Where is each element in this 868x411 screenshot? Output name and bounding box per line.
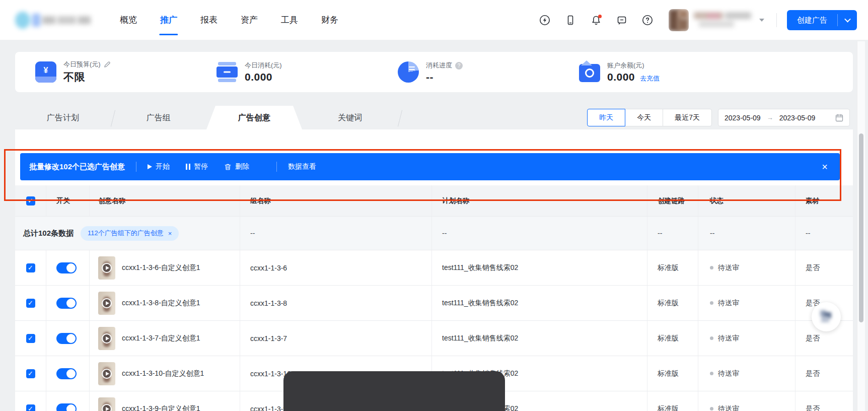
stat-budget-value: 不限 xyxy=(63,70,85,84)
bulk-start-button[interactable]: 开始 xyxy=(148,162,170,171)
bulk-view-data-button[interactable]: 数据查看 xyxy=(288,162,316,171)
group-filter-tag[interactable]: 112个广告组下的广告创意 × xyxy=(81,226,179,241)
play-icon xyxy=(102,404,112,411)
progress-help-icon[interactable]: ? xyxy=(455,62,463,70)
row-switch-toggle[interactable] xyxy=(56,403,77,411)
status-dot xyxy=(710,372,713,375)
create-ad-button[interactable]: 创建广告 xyxy=(787,10,857,30)
table-summary-row: 总计102条数据 112个广告组下的广告创意 × -- -- -- -- -- xyxy=(15,217,853,250)
play-icon xyxy=(102,298,112,308)
group-name: ccxx1-1-3-7 xyxy=(250,334,287,342)
account-name[interactable] xyxy=(694,11,754,29)
select-all-checkbox[interactable]: ✓ xyxy=(26,196,35,206)
navbar-right-section: 创建广告 xyxy=(525,9,868,31)
plan-name: test111_收集销售线索02 xyxy=(442,263,518,272)
mobile-icon[interactable] xyxy=(564,14,576,26)
summary-material: -- xyxy=(795,217,853,250)
play-icon xyxy=(102,333,112,344)
floating-widget-button[interactable] xyxy=(812,302,841,331)
row-checkbox[interactable]: ✓ xyxy=(26,263,35,272)
nav-tab-finance[interactable]: 财务 xyxy=(321,0,338,40)
header-plan-name: 计划名称 xyxy=(432,185,647,216)
summary-status: -- xyxy=(698,217,795,250)
creative-video-thumbnail[interactable] xyxy=(98,292,115,315)
row-checkbox[interactable]: ✓ xyxy=(26,334,35,343)
row-switch-toggle[interactable] xyxy=(56,333,77,344)
date-range-arrow: → xyxy=(767,114,773,121)
stat-spend: 今日消耗(元) 0.000 xyxy=(216,61,398,83)
date-controls: 昨天 今天 最近7天 2023-05-09 → 2023-05-09 xyxy=(587,109,850,126)
creative-video-thumbnail[interactable] xyxy=(98,327,115,350)
nav-tab-tools[interactable]: 工具 xyxy=(281,0,298,40)
nav-tab-overview[interactable]: 概览 xyxy=(120,0,137,40)
plan-name: test111_收集销售线索02 xyxy=(442,299,518,308)
header-group-name: 组名称 xyxy=(240,185,432,216)
bulk-delete-button[interactable]: 删除 xyxy=(224,162,249,171)
row-switch-toggle[interactable] xyxy=(56,262,77,273)
status-dot xyxy=(710,301,713,305)
stat-balance-label: 账户余额(元) xyxy=(607,61,644,70)
summary-group: -- xyxy=(240,217,432,250)
creative-video-thumbnail[interactable] xyxy=(98,397,115,411)
date-range-picker[interactable]: 2023-05-09 → 2023-05-09 xyxy=(718,109,850,126)
summary-plan: -- xyxy=(432,217,647,250)
row-switch-toggle[interactable] xyxy=(56,368,77,379)
tab-keywords[interactable]: 关键词 xyxy=(302,106,398,129)
tab-ad-group[interactable]: 广告组 xyxy=(111,106,206,129)
creative-video-thumbnail[interactable] xyxy=(98,256,115,280)
status-text: 待送审 xyxy=(718,369,739,378)
tab-ad-plan[interactable]: 广告计划 xyxy=(15,106,111,129)
account-caret-icon[interactable] xyxy=(759,19,764,22)
avatar[interactable] xyxy=(669,9,689,31)
row-checkbox[interactable]: ✓ xyxy=(26,299,35,308)
boost-icon[interactable] xyxy=(539,14,551,26)
play-icon xyxy=(102,263,112,273)
date-yesterday-button[interactable]: 昨天 xyxy=(587,109,625,126)
platform-logo[interactable] xyxy=(15,9,91,31)
creative-video-thumbnail[interactable] xyxy=(98,362,115,385)
scrollbar-thumb[interactable] xyxy=(859,133,863,322)
vertical-scrollbar xyxy=(857,41,865,411)
create-ad-dropdown[interactable] xyxy=(838,10,857,30)
row-switch-toggle[interactable] xyxy=(56,298,77,309)
material-text: 是否 xyxy=(806,263,820,272)
status-dot xyxy=(710,266,713,269)
close-action-bar-icon[interactable]: × xyxy=(822,162,828,172)
row-checkbox[interactable]: ✓ xyxy=(26,404,35,411)
material-text: 是否 xyxy=(806,404,820,411)
message-icon[interactable] xyxy=(616,14,628,26)
create-ad-label[interactable]: 创建广告 xyxy=(787,10,837,30)
stat-progress-value: -- xyxy=(426,71,433,83)
date-today-button[interactable]: 今天 xyxy=(625,109,663,126)
recharge-link[interactable]: 去充值 xyxy=(640,74,660,83)
group-name: ccxx1-1-3-8 xyxy=(250,299,287,307)
header-create-channel: 创建链路 xyxy=(647,185,698,216)
group-name: ccxx1-1-3-9 xyxy=(250,405,287,411)
spend-card-icon xyxy=(216,61,238,83)
table-row: ✓ ccxx1-1-3-7-自定义创意1 ccxx1-1-3-7 test111… xyxy=(15,321,853,356)
edit-budget-icon[interactable] xyxy=(104,61,111,68)
stat-progress-label: 消耗进度 xyxy=(426,61,452,70)
date-last7-button[interactable]: 最近7天 xyxy=(663,109,712,126)
summary-channel: -- xyxy=(647,217,698,250)
wallet-icon xyxy=(579,64,600,82)
remove-filter-icon[interactable]: × xyxy=(168,230,172,237)
bell-icon[interactable] xyxy=(590,14,602,26)
help-icon[interactable] xyxy=(641,14,654,26)
main-nav-tabs: 概览 推广 报表 资产 工具 财务 xyxy=(120,0,338,40)
nav-tab-reports[interactable]: 报表 xyxy=(200,0,218,40)
nav-tab-assets[interactable]: 资产 xyxy=(241,0,258,40)
stat-balance: 账户余额(元) 0.000 去充值 xyxy=(579,61,760,83)
create-channel: 标准版 xyxy=(658,369,679,378)
date-range-end: 2023-05-09 xyxy=(779,114,816,122)
progress-pie-icon xyxy=(398,61,419,83)
bulk-pause-button[interactable]: 暂停 xyxy=(186,162,208,171)
row-checkbox[interactable]: ✓ xyxy=(26,369,35,378)
tab-ad-creative[interactable]: 广告创意 xyxy=(206,106,302,129)
status-text: 待送审 xyxy=(718,404,739,411)
play-icon xyxy=(148,164,152,169)
status-dot xyxy=(710,336,713,340)
table-header-row: ✓ 开关 创意名称 组名称 计划名称 创建链路 状态 素材 xyxy=(15,185,853,217)
nav-tab-promotion[interactable]: 推广 xyxy=(160,0,177,40)
material-text: 是否 xyxy=(806,334,820,343)
